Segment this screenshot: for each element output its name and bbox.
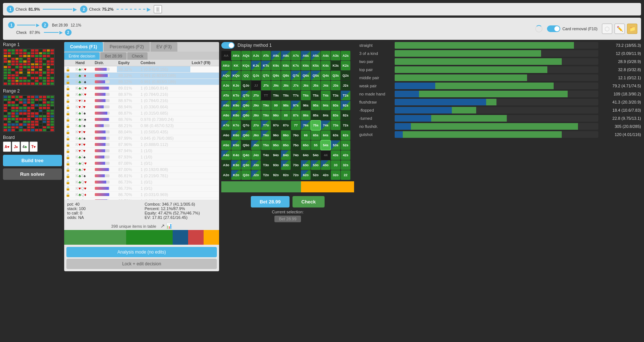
analysis-mode-button[interactable]: Analysis mode (no edits) [66,247,217,257]
table-row[interactable]: 🔓 K♣K♠ 89.12% 0.991 (0.803/0.189) [64,79,219,85]
matrix-cell[interactable]: K4s [321,61,330,70]
lock-toggle-cell[interactable] [190,142,219,148]
matrix-cell[interactable]: J8o [251,111,261,120]
matrix-cell[interactable]: 53o [311,160,321,170]
table-row[interactable]: 🔓 K♥9♥ 88.04% 1 (0.565/0.435) [64,129,219,135]
matrix-cell[interactable]: A3s [331,51,340,60]
lock-toggle-cell[interactable] [190,116,219,123]
subtab-check[interactable]: Check [127,52,148,60]
table-row[interactable]: 🔓 K♥J♥ 88.94% 1 (0.336/0.664) [64,104,219,110]
table-row[interactable]: 🔓 K♣T♠ 86.81% 1 (0.219/0.781) [64,173,219,179]
matrix-cell[interactable]: 97o [271,121,281,130]
export-icon[interactable]: ↗ [160,223,165,229]
card-removal-toggle[interactable]: Card removal (F10) [547,25,598,32]
lock-edit-button[interactable]: Lock + edit decision [66,259,217,269]
matrix-cell[interactable]: K9o [231,101,241,110]
matrix-cell[interactable]: 73o [291,160,301,170]
matrix-cell[interactable]: 96o [271,130,281,140]
lock-toggle-cell[interactable] [190,73,219,79]
matrix-cell[interactable]: 72s [341,121,350,130]
matrix-cell[interactable]: AQs [241,51,251,60]
matrix-cell[interactable]: JJ [251,81,261,90]
chart-icon[interactable]: 📊 [166,223,172,229]
matrix-cell[interactable]: 84o [281,150,291,160]
lock-toggle-cell[interactable] [190,135,219,142]
matrix-cell[interactable]: A7o [221,121,231,130]
run-solver-button[interactable]: Run solver [3,168,62,180]
matrix-cell[interactable]: T4s [321,91,330,100]
matrix-cell[interactable]: K9s [271,61,281,70]
matrix-cell[interactable]: AJo [221,81,231,90]
matrix-cell[interactable]: K8s [281,61,291,70]
matrix-cell[interactable]: A8o [221,111,231,120]
matrix-cell[interactable]: J5s [311,81,321,90]
table-row[interactable]: 🔓 K♥Q♥ 86.73% 1 (0/1) [64,185,219,192]
matrix-cell[interactable]: 96s [301,101,311,110]
matrix-cell[interactable]: K4o [231,150,241,160]
matrix-cell[interactable]: 85s [311,111,321,120]
matrix-cell[interactable]: 42o [321,170,330,180]
matrix-cell[interactable]: ATo [221,91,231,100]
matrix-cell[interactable]: 82s [341,111,350,120]
matrix-cell[interactable]: 98s [281,101,291,110]
matrix-cell[interactable]: T6o [261,130,271,140]
matrix-cell[interactable]: T5o [261,140,271,150]
matrix-cell[interactable]: J9o [251,101,261,110]
matrix-cell[interactable]: T8o [261,111,271,120]
matrix-cell[interactable]: Q9s [271,71,281,80]
matrix-cell[interactable]: A2o [221,170,231,180]
lock-toggle-cell[interactable] [190,98,219,104]
lock-toggle-cell[interactable] [190,160,219,167]
lock-toggle-cell[interactable] [190,148,219,154]
matrix-cell[interactable]: T9s [271,91,281,100]
matrix-cell[interactable]: Q9o [241,101,251,110]
lock-toggle-cell[interactable] [190,167,219,173]
matrix-cell[interactable]: K7o [231,121,241,130]
matrix-cell[interactable]: AKo [221,61,231,70]
matrix-cell[interactable]: ATs [261,51,271,60]
matrix-cell[interactable]: 43o [321,160,330,170]
matrix-cell[interactable]: 87s [291,111,301,120]
matrix-cell[interactable]: T8s [281,91,291,100]
matrix-cell[interactable]: AKs [231,51,241,60]
matrix-cell[interactable]: 92o [271,170,281,180]
matrix-cell[interactable]: T2s [341,91,350,100]
matrix-cell[interactable]: T7s [291,91,301,100]
matrix-cell[interactable]: A3o [221,160,231,170]
matrix-cell[interactable]: Q4s [321,71,330,80]
matrix-cell[interactable]: 64s [321,130,330,140]
matrix-cell[interactable]: A2s [341,51,350,60]
matrix-cell[interactable]: 52s [341,140,350,150]
table-row[interactable]: 🔓 K♣8♠ 87.99% 0.845 (0.76/0.085) [64,135,219,142]
table-row[interactable]: 🔓 K♥K♦ 88.97% 1 (0.784/0.216) [64,98,219,104]
matrix-cell[interactable]: T6s [301,91,311,100]
matrix-cell[interactable]: AA [221,51,231,60]
edit-icon-btn[interactable]: ✏️ [614,24,625,34]
matrix-cell[interactable]: K2o [231,170,241,180]
table-row[interactable]: 🔓 K♣K♥ 88.97% 1 (0.784/0.216) [64,91,219,98]
table-row[interactable]: 🔓 K♣K♥ 89.32% 1 (0.845/0.155) [64,66,219,73]
lock-toggle-cell[interactable] [190,173,219,179]
matrix-cell[interactable]: A6o [221,130,231,140]
matrix-cell[interactable]: Q2o [241,170,251,180]
matrix-cell[interactable]: 74o [291,150,301,160]
matrix-cell[interactable]: 86o [281,130,291,140]
matrix-cell[interactable]: 65o [301,140,311,150]
matrix-cell[interactable]: 63s [331,130,340,140]
matrix-cell[interactable]: K5s [311,61,321,70]
lock-toggle-cell[interactable] [190,110,219,116]
matrix-cell[interactable]: AQo [221,71,231,80]
matrix-cell[interactable]: J6o [251,130,261,140]
matrix-cell[interactable]: 87o [281,121,291,130]
table-row[interactable]: 🔓 K♣7♠ 87.93% 1 (1/0) [64,154,219,160]
matrix-cell[interactable]: QTs [261,71,271,80]
matrix-cell[interactable]: 74s [321,121,330,130]
matrix-cell[interactable]: J5o [251,140,261,150]
matrix-cell[interactable]: KQs [241,61,251,70]
tab-combos[interactable]: Combos (F1) [64,42,103,52]
matrix-cell[interactable]: Q8o [241,111,251,120]
lock-toggle-cell[interactable] [190,123,219,129]
matrix-cell[interactable]: Q3s [331,71,340,80]
table-row[interactable]: 🔓 K♣Q♦ 86.70% 1 (0.031/0.969) [64,192,219,198]
matrix-cell[interactable]: 54o [311,150,321,160]
